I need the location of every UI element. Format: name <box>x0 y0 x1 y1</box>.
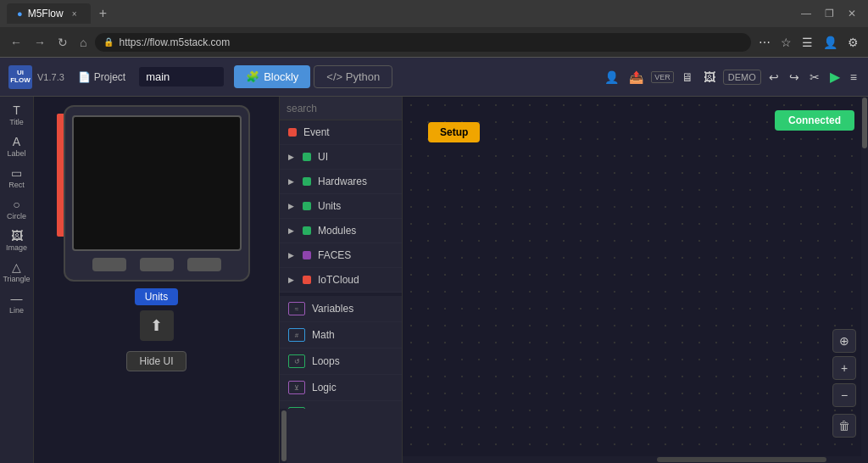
new-tab-btn[interactable]: + <box>94 6 112 21</box>
label-icon: A <box>13 135 20 148</box>
palette-scrollbar[interactable] <box>280 409 287 463</box>
palette-item-graphic[interactable]: ⬛ Graphic <box>280 401 402 409</box>
palette-list: Event ▶ UI ▶ Hardwares ▶ U <box>280 120 402 409</box>
sidebar-item-title[interactable]: T Title <box>0 100 33 130</box>
logic-icon: ⊻ <box>288 381 305 394</box>
title-icon: T <box>13 103 20 117</box>
canvas-zoom-in-btn[interactable]: + <box>832 356 856 380</box>
project-name-input[interactable] <box>139 67 224 86</box>
minimize-btn[interactable]: — <box>796 8 816 20</box>
undo-icon[interactable]: ↩ <box>766 68 782 86</box>
horizontal-scrollbar[interactable] <box>403 456 868 463</box>
refresh-btn[interactable]: ↻ <box>54 34 71 51</box>
device-btn-c[interactable] <box>187 258 221 271</box>
rect-icon: ▭ <box>11 166 22 180</box>
maximize-btn[interactable]: ❐ <box>820 8 839 20</box>
search-bar: 🔍 <box>280 97 402 120</box>
trash-btn[interactable]: 🗑 <box>832 414 856 438</box>
sidebar-item-image[interactable]: 🖼 Image <box>0 226 33 255</box>
search-input[interactable] <box>287 103 414 114</box>
sidebar-item-rect[interactable]: ▭ Rect <box>0 163 33 192</box>
sidebar-item-triangle[interactable]: △ Triangle <box>0 257 33 287</box>
image-sidebar-icon: 🖼 <box>11 229 23 243</box>
upload-icon[interactable]: 📤 <box>626 68 646 86</box>
url-bar[interactable]: 🔒 https://flow.m5stack.com <box>95 33 751 52</box>
redo-icon[interactable]: ↪ <box>787 68 802 86</box>
blockly-icon: 🧩 <box>246 70 259 83</box>
image-icon[interactable]: 🖼 <box>701 68 718 86</box>
vertical-scrollbar[interactable] <box>861 97 868 456</box>
device-btn-b[interactable] <box>140 258 174 271</box>
ui-dot <box>303 153 311 161</box>
sidebar-item-line[interactable]: — Line <box>0 288 33 318</box>
browser-actions: ⋯ ☆ ☰ 👤 ⚙ <box>756 33 861 52</box>
circle-icon: ○ <box>13 198 19 211</box>
palette-item-modules[interactable]: ▶ Modules <box>280 219 402 243</box>
menu-icon[interactable]: ≡ <box>848 68 860 86</box>
tab-bar: ● M5Flow × + — ❐ ✕ <box>0 0 868 27</box>
hide-ui-btn[interactable]: Hide UI <box>126 351 186 371</box>
units-arrow: ▶ <box>288 202 294 210</box>
settings-icon[interactable]: ⚙ <box>845 33 861 52</box>
palette-item-variables[interactable]: ≈ Variables <box>280 296 402 322</box>
tab-close-btn[interactable]: × <box>69 8 81 20</box>
device-btn-a[interactable] <box>92 258 126 271</box>
browser-chrome: ● M5Flow × + — ❐ ✕ ← → ↻ ⌂ 🔒 https://flo… <box>0 0 868 58</box>
palette-item-loops[interactable]: ↺ Loops <box>280 349 402 375</box>
extensions-icon[interactable]: ⋯ <box>756 33 773 52</box>
mode-buttons: 🧩 Blockly </> Python <box>234 65 392 88</box>
faces-dot <box>303 251 311 259</box>
bookmark-icon[interactable]: ☆ <box>778 33 794 52</box>
app-content: Ui FLOW V1.7.3 📄 Project 🧩 Blockly </> P… <box>0 58 868 463</box>
main-area: T Title A Label ▭ Rect ○ Circle 🖼 Image … <box>0 97 868 463</box>
modules-dot <box>303 226 311 235</box>
vertical-scrollbar-thumb <box>862 98 867 148</box>
palette-item-ui[interactable]: ▶ UI <box>280 145 402 170</box>
palette-item-hardwares[interactable]: ▶ Hardwares <box>280 170 402 194</box>
iotcloud-dot <box>303 276 311 284</box>
sidebar-item-label[interactable]: A Label <box>0 131 33 161</box>
canvas-background <box>403 97 868 463</box>
python-mode-btn[interactable]: </> Python <box>314 65 392 88</box>
sidebar-item-circle[interactable]: ○ Circle <box>0 194 33 224</box>
upload-device-btn[interactable]: ⬆ <box>140 310 174 341</box>
blockly-mode-btn[interactable]: 🧩 Blockly <box>234 65 310 88</box>
sidebar-icon[interactable]: ☰ <box>799 33 815 52</box>
canvas-center-btn[interactable]: ⊕ <box>832 329 856 353</box>
demo-badge[interactable]: DEMO <box>723 70 761 85</box>
lock-icon: 🔒 <box>103 37 114 47</box>
user-icon[interactable]: 👤 <box>602 68 621 86</box>
cut-icon[interactable]: ✂ <box>807 68 822 86</box>
palette-item-event[interactable]: Event <box>280 120 402 145</box>
palette-item-units[interactable]: ▶ Units <box>280 194 402 219</box>
play-icon[interactable]: ▶ <box>827 66 843 87</box>
back-btn[interactable]: ← <box>7 34 25 51</box>
hardwares-dot <box>303 177 311 186</box>
palette-item-faces[interactable]: ▶ FACES <box>280 243 402 268</box>
ver-icon[interactable]: VER <box>651 71 674 83</box>
forward-btn[interactable]: → <box>31 34 49 51</box>
faces-arrow: ▶ <box>288 251 294 259</box>
monitor-icon[interactable]: 🖥 <box>679 68 696 86</box>
palette-item-logic[interactable]: ⊻ Logic <box>280 375 402 401</box>
canvas-area[interactable]: Setup Connected ⊕ + − 🗑 <box>403 97 868 463</box>
connected-indicator: Connected <box>775 110 854 131</box>
left-sidebar: T Title A Label ▭ Rect ○ Circle 🖼 Image … <box>0 97 34 463</box>
home-btn[interactable]: ⌂ <box>76 34 90 51</box>
upload-device-icon: ⬆ <box>150 316 163 335</box>
setup-block[interactable]: Setup <box>428 122 480 142</box>
event-dot <box>288 128 297 137</box>
logo-area: Ui FLOW V1.7.3 <box>8 65 64 89</box>
project-label: Project <box>94 71 125 83</box>
project-btn[interactable]: 📄 Project <box>71 69 132 86</box>
profile-icon[interactable]: 👤 <box>821 33 840 52</box>
canvas-zoom-out-btn[interactable]: − <box>832 383 856 407</box>
palette-item-math[interactable]: # Math <box>280 322 402 349</box>
close-btn[interactable]: ✕ <box>843 8 861 20</box>
color-strip <box>57 114 64 237</box>
active-tab[interactable]: ● M5Flow × <box>7 3 91 24</box>
palette-item-iotcloud[interactable]: ▶ IoTCloud <box>280 268 402 293</box>
project-icon: 📄 <box>78 71 91 83</box>
python-label: </> Python <box>326 70 380 83</box>
units-badge[interactable]: Units <box>135 288 178 305</box>
